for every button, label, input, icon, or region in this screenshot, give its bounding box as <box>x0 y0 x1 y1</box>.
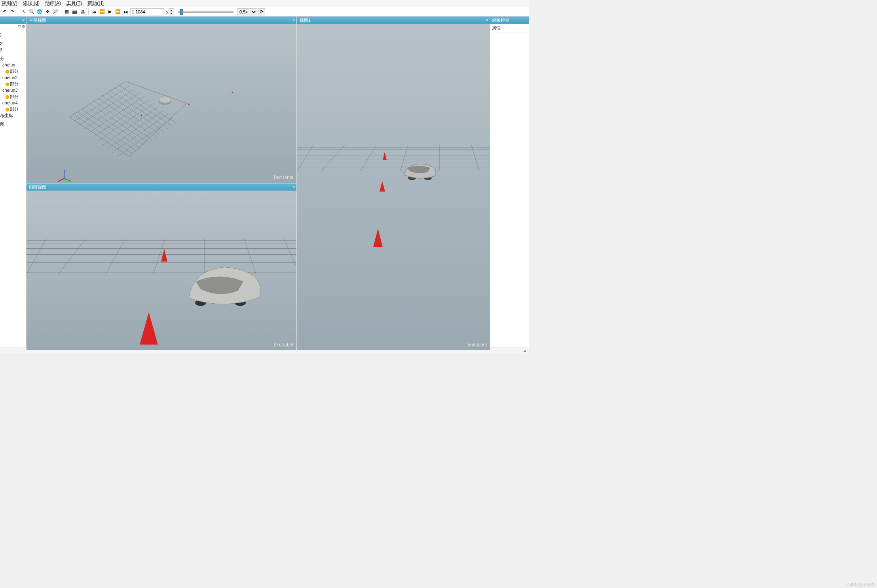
zoom-icon[interactable]: 🔍 <box>28 8 35 15</box>
car-model <box>404 164 436 180</box>
svg-line-26 <box>58 178 64 182</box>
step-back-icon[interactable]: ⏪ <box>99 8 106 15</box>
move-icon[interactable]: ✥ <box>44 8 51 15</box>
skip-start-icon[interactable]: ⏮ <box>91 8 98 15</box>
close-icon[interactable]: × <box>291 18 296 23</box>
tree-node[interactable]: chelun4 <box>0 100 26 106</box>
svg-line-51 <box>106 239 125 274</box>
collapse-icon[interactable]: ◄ <box>523 349 526 353</box>
tree-node[interactable]: 2 <box>0 40 26 47</box>
time-spinner[interactable]: ▴ ▾ <box>169 8 174 15</box>
svg-line-3 <box>84 93 140 129</box>
refresh-icon[interactable]: ⟳ <box>258 8 265 15</box>
part-icon <box>6 83 9 86</box>
menubar: 视图(V) 添加 (d) 动画(A) 工具(T) 帮助(H) <box>0 0 529 7</box>
svg-line-27 <box>64 178 71 182</box>
svg-line-19 <box>105 92 164 132</box>
spinner-up-icon[interactable]: ▴ <box>169 8 174 12</box>
viewport-title: 跟随视图 × <box>27 183 296 191</box>
play-icon[interactable]: ▶ <box>106 8 114 15</box>
spinner-down-icon[interactable]: ▾ <box>169 12 174 15</box>
filter-icon[interactable]: ▽ <box>18 25 21 29</box>
svg-line-8 <box>107 110 163 149</box>
cone-marker <box>161 249 167 262</box>
viewport-main[interactable]: 主要视图 × <box>27 17 296 183</box>
svg-line-9 <box>112 114 168 153</box>
tree-node[interactable]: chelun <box>0 62 26 68</box>
menu-tools[interactable]: 工具(T) <box>66 0 82 7</box>
tree-node[interactable]: chelun3 <box>0 87 26 93</box>
print-icon[interactable]: 🖶 <box>79 8 86 15</box>
scene-tree[interactable]: ) 2 3 分 chelun 部分 chelun2 部分 chelun3 部分 … <box>0 30 26 348</box>
tree-node[interactable]: 部分 <box>0 68 26 74</box>
magnify-icon[interactable]: 🔎 <box>52 8 59 15</box>
svg-line-18 <box>101 95 160 134</box>
cursor-icon[interactable]: ↖ <box>20 8 27 15</box>
tree-node[interactable]: 图 <box>0 121 26 127</box>
viewport-body[interactable]: Text label <box>27 24 296 183</box>
svg-line-2 <box>79 89 135 125</box>
speed-select[interactable]: 0.5x <box>237 8 257 15</box>
viewport-body[interactable]: Text label <box>297 24 490 350</box>
tree-node[interactable]: ) <box>0 32 26 38</box>
part-icon <box>6 70 9 74</box>
scene-follow[interactable] <box>27 191 296 350</box>
ground-grid <box>27 239 296 274</box>
viewport-follow[interactable]: 跟随视图 × <box>27 183 296 350</box>
svg-line-14 <box>85 106 144 146</box>
cone-marker <box>383 152 387 160</box>
separator <box>18 9 18 15</box>
svg-line-55 <box>284 239 296 267</box>
inspector-title: 对象检查 <box>490 17 529 24</box>
camera-icon[interactable]: 📷 <box>71 8 78 15</box>
svg-line-17 <box>97 98 156 137</box>
step-forward-icon[interactable]: ⏩ <box>114 8 121 15</box>
svg-line-50 <box>58 239 86 274</box>
tree-node[interactable]: 部分 <box>0 106 26 112</box>
svg-line-16 <box>93 100 152 140</box>
menu-add[interactable]: 添加 (d) <box>23 0 40 7</box>
separator <box>88 9 89 15</box>
close-icon[interactable]: × <box>484 18 490 23</box>
close-icon[interactable]: × <box>21 17 26 24</box>
svg-line-49 <box>27 239 46 274</box>
menu-view[interactable]: 视图(V) <box>2 0 17 7</box>
svg-line-21 <box>113 87 172 126</box>
slider-thumb[interactable] <box>180 9 183 15</box>
main-area: × ▽ ⚙ ) 2 3 分 chelun 部分 chelun2 部分 chelu… <box>0 17 529 348</box>
undo-icon[interactable]: ↶ <box>1 8 8 15</box>
tree-node[interactable]: chelun2 <box>0 74 26 81</box>
menu-help[interactable]: 帮助(H) <box>87 0 104 7</box>
cone-marker <box>380 182 385 192</box>
ground-grid <box>69 81 187 157</box>
tree-node[interactable]: 分 <box>0 55 26 62</box>
viewport-view1[interactable]: 视图1 × <box>297 17 490 350</box>
time-input[interactable] <box>130 8 164 15</box>
cone-marker <box>140 114 142 116</box>
toolbar: ↶ ↷ ↖ 🔍 🌐 ✥ 🔎 ▦ 📷 🖶 ⏮ ⏪ ▶ ⏩ ⏭ s ▴ ▾ 0.5x… <box>0 7 529 17</box>
viewport-body[interactable]: Text label <box>27 191 296 350</box>
tree-node[interactable]: 部分 <box>0 93 26 100</box>
redo-icon[interactable]: ↷ <box>9 8 16 15</box>
cone-marker <box>188 103 190 105</box>
time-slider[interactable] <box>178 11 233 13</box>
svg-line-13 <box>81 109 140 148</box>
viewport-title: 视图1 × <box>297 17 490 24</box>
scene-tree-panel: × ▽ ⚙ ) 2 3 分 chelun 部分 chelun2 部分 chelu… <box>0 17 27 348</box>
svg-line-12 <box>77 112 137 151</box>
settings-icon[interactable]: ⚙ <box>22 25 25 29</box>
filter-row: ▽ ⚙ <box>0 24 26 30</box>
svg-line-11 <box>73 114 133 154</box>
globe-icon[interactable]: 🌐 <box>36 8 43 15</box>
inspector-panel: 对象检查 属性 <box>490 17 529 348</box>
tree-node[interactable]: 3 <box>0 47 26 53</box>
scene-view1[interactable] <box>297 24 490 350</box>
tree-panel-title: × <box>0 17 26 24</box>
tree-node[interactable]: 部分 <box>0 81 26 87</box>
layout-icon[interactable]: ▦ <box>63 8 70 15</box>
tree-node[interactable]: 考坐标 <box>0 112 26 119</box>
menu-animation[interactable]: 动画(A) <box>45 0 61 7</box>
skip-end-icon[interactable]: ⏭ <box>122 8 129 15</box>
scene-main[interactable] <box>27 24 296 183</box>
close-icon[interactable]: × <box>291 185 296 189</box>
